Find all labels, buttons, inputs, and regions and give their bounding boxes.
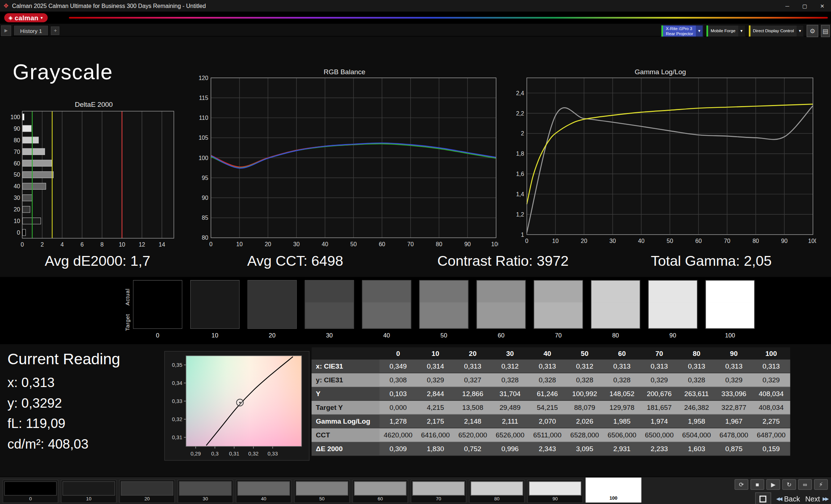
table-cell: 0,313 — [529, 360, 566, 373]
reading-fl: fL: 119,09 — [7, 413, 120, 433]
patch-button-0[interactable]: 0 — [3, 480, 58, 503]
patch-window-button[interactable] — [755, 492, 771, 504]
table-cell: 0,329 — [641, 373, 678, 387]
table-cell: 0,313 — [715, 360, 752, 373]
svg-text:120: 120 — [199, 75, 208, 81]
row-label: CCT — [312, 428, 379, 442]
swatch-target — [362, 302, 411, 328]
svg-text:110: 110 — [199, 114, 208, 121]
table-row-y-cie31: y: CIE310,3080,3290,3270,3280,3280,3280,… — [312, 373, 790, 387]
patch-button-100[interactable]: 100 — [586, 478, 641, 503]
row-label: ΔE 2000 — [312, 442, 379, 455]
stop-button[interactable]: ■ — [751, 479, 764, 490]
svg-text:105: 105 — [199, 134, 208, 141]
svg-text:50: 50 — [666, 238, 673, 244]
panel-toggle-button[interactable]: ▤ — [821, 25, 830, 37]
swatch-target — [591, 302, 640, 328]
deltae-chart: 024681012140102030405060708090100 — [7, 108, 182, 250]
table-cell: 1,830 — [417, 442, 454, 455]
tab-history-1[interactable]: History 1 — [13, 25, 49, 36]
column-header: 70 — [641, 347, 678, 360]
svg-text:1,8: 1,8 — [516, 150, 524, 157]
reading-cdm2: cd/m²: 408,03 — [7, 433, 120, 454]
svg-text:80: 80 — [752, 238, 759, 244]
add-tab-button[interactable]: + — [51, 26, 59, 34]
gamma-chart: 010203040506070809010011,21,41,61,822,22… — [504, 75, 816, 246]
settings-gear-button[interactable]: ⚙ — [807, 25, 818, 37]
svg-text:0: 0 — [17, 229, 20, 236]
measurement-controls: ⟳■▶↻∞⚡ ◀◀ Back Next ▶▶ — [711, 479, 828, 504]
column-header: 50 — [566, 347, 603, 360]
display-name: Direct Display Control — [750, 29, 797, 33]
meter-name: X-Rite i1Pro 3 — [666, 26, 693, 31]
window-title: Calman 2025 Calman Ultimate for Business… — [12, 3, 206, 9]
close-button[interactable]: ✕ — [814, 0, 831, 12]
titlebar: ❖ Calman 2025 Calman Ultimate for Busine… — [0, 0, 831, 12]
svg-text:0: 0 — [21, 241, 24, 248]
free-run-button[interactable]: ∞ — [798, 479, 812, 490]
table-cell: 0,313 — [678, 360, 715, 373]
patch-swatch — [354, 481, 407, 495]
column-header: 10 — [417, 347, 454, 360]
table-cell: 4,215 — [417, 401, 454, 414]
swatch-label: 100 — [705, 332, 755, 339]
patch-button-20[interactable]: 20 — [119, 480, 175, 503]
patch-button-30[interactable]: 30 — [178, 480, 233, 503]
patch-button-80[interactable]: 80 — [469, 480, 525, 503]
patch-label: 30 — [179, 496, 232, 503]
patch-button-70[interactable]: 70 — [411, 480, 466, 503]
svg-text:2,4: 2,4 — [516, 90, 524, 96]
swatch-target — [534, 302, 582, 328]
back-button[interactable]: ◀◀ Back — [776, 495, 800, 503]
patch-button-60[interactable]: 60 — [352, 480, 408, 503]
table-cell: 0,996 — [491, 442, 529, 455]
display-dropdown[interactable]: Direct Display Control ▾ — [748, 25, 804, 37]
minimize-button[interactable]: ─ — [778, 0, 796, 12]
source-dropdown[interactable]: Mobile Forge ▾ — [706, 25, 745, 37]
patch-swatch — [63, 481, 115, 495]
patch-button-40[interactable]: 40 — [236, 480, 292, 503]
swatch-target — [191, 302, 239, 328]
svg-text:14: 14 — [159, 241, 165, 248]
trigger-button[interactable]: ⚡ — [814, 479, 828, 490]
svg-text:60: 60 — [695, 238, 702, 244]
maximize-button[interactable]: ▢ — [796, 0, 813, 12]
row-label: Y — [312, 387, 379, 400]
svg-text:115: 115 — [199, 94, 208, 101]
table-cell: 13,508 — [454, 401, 491, 414]
table-cell: 0,328 — [678, 373, 715, 387]
column-header: 100 — [752, 347, 790, 360]
next-button[interactable]: Next ▶▶ — [805, 495, 828, 503]
calman-logo-menu[interactable]: ◈ calman ▾ — [4, 13, 47, 22]
swatch-label: 40 — [362, 332, 411, 339]
patch-button-50[interactable]: 50 — [294, 480, 350, 503]
table-cell: 0,329 — [417, 373, 454, 387]
table-row-e-2000: ΔE 20000,3091,8300,7520,9962,3433,0952,9… — [312, 442, 790, 456]
svg-text:90: 90 — [14, 125, 20, 132]
svg-text:0,33: 0,33 — [267, 451, 278, 457]
table-row-y: Y0,1032,84412,86631,70461,246100,992148,… — [312, 387, 790, 401]
svg-text:20: 20 — [265, 241, 271, 247]
patch-label: 80 — [471, 496, 523, 503]
reading-y: y: 0,3292 — [7, 392, 120, 413]
grayscale-swatch-60: 60 — [477, 280, 526, 339]
table-cell: 54,215 — [529, 401, 566, 414]
meter-dropdown[interactable]: X-Rite i1Pro 3 Rear Projector ▾ — [661, 25, 703, 37]
continuous-read-button[interactable]: ⟳ — [735, 479, 748, 490]
history-panel-toggle[interactable]: ▶ — [1, 25, 11, 35]
table-row-target-y: Target Y0,0004,21513,50829,48954,21588,0… — [312, 401, 790, 415]
svg-text:10: 10 — [552, 238, 559, 244]
swatch-target — [248, 302, 296, 328]
row-label: y: CIE31 — [312, 373, 379, 387]
svg-text:20: 20 — [581, 238, 587, 244]
patch-button-90[interactable]: 90 — [527, 480, 583, 503]
repeat-button[interactable]: ↻ — [782, 479, 796, 490]
patch-swatch — [121, 481, 173, 495]
row-label: Gamma Log/Log — [312, 415, 379, 428]
table-cell: 408,034 — [752, 387, 790, 400]
patch-swatch — [296, 481, 348, 495]
play-button[interactable]: ▶ — [766, 479, 780, 490]
patch-button-10[interactable]: 10 — [61, 480, 117, 503]
svg-text:30: 30 — [610, 238, 616, 244]
svg-text:85: 85 — [202, 214, 208, 221]
